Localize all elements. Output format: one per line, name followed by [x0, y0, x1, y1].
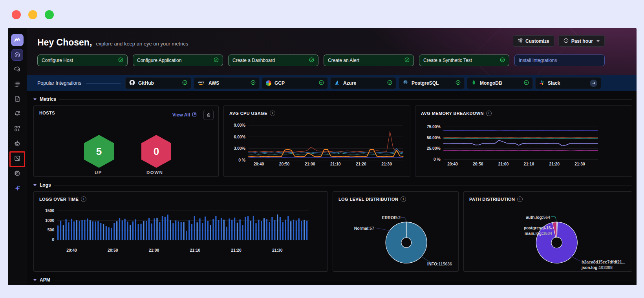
- scroll-right-arrow-button[interactable]: [590, 80, 597, 87]
- section-header-logs[interactable]: Logs: [33, 182, 632, 188]
- configure-application-button[interactable]: Configure Application: [133, 55, 223, 66]
- svg-text:6.00%: 6.00%: [234, 135, 245, 139]
- main-area: Hey Chosen, explore and keep an eye on y…: [27, 28, 637, 285]
- info-icon[interactable]: [401, 196, 406, 202]
- panel-title: HOSTS: [39, 111, 55, 115]
- svg-text:21:20: 21:20: [356, 162, 366, 166]
- svg-text:21:30: 21:30: [272, 248, 283, 253]
- customize-label: Customize: [525, 38, 549, 44]
- svg-text:21:10: 21:10: [190, 248, 201, 253]
- integration-name: PostgreSQL: [412, 80, 452, 86]
- configure-host-button[interactable]: Configure Host: [37, 55, 128, 66]
- log-level-distribution-panel: LOG LEVEL DISTRIBUTION ERROR:2Normal:57I…: [333, 191, 459, 272]
- section-header-apm[interactable]: APM: [33, 277, 632, 283]
- header-actions: Customize Past hour: [513, 35, 605, 47]
- install-integrations-button[interactable]: Install Integrations: [514, 55, 605, 66]
- svg-text:21:30: 21:30: [574, 162, 585, 166]
- integration-name: Azure: [343, 80, 384, 86]
- integration-chip-slack[interactable]: Slack: [535, 77, 601, 89]
- panel-title: LOG LEVEL DISTRIBUTION: [338, 196, 406, 202]
- svg-text:1000: 1000: [45, 218, 54, 223]
- create-dashboard-button[interactable]: Create a Dashboard: [228, 55, 318, 66]
- integration-chip-postgresql[interactable]: PostgreSQL: [399, 77, 465, 89]
- document-icon: [14, 95, 21, 104]
- avg-memory-breakdown-chart: 75.00%50.00%25.00%0 %20:4020:5021:0021:1…: [415, 106, 632, 176]
- customize-button[interactable]: Customize: [513, 35, 554, 47]
- clock-icon: [564, 38, 569, 44]
- svg-text:21:20: 21:20: [231, 248, 242, 253]
- create-synthetic-test-button[interactable]: Create a Synthetic Test: [419, 55, 509, 66]
- close-window-button[interactable]: [12, 10, 21, 19]
- page-title: Hey Chosen,: [37, 37, 92, 48]
- sidebar-nav: [12, 46, 23, 194]
- middleware-logo-icon: [11, 34, 24, 46]
- sidebar-item-dashboards[interactable]: [12, 124, 23, 135]
- info-icon[interactable]: [81, 196, 86, 202]
- integration-chip-mongodb[interactable]: MongoDB: [467, 77, 533, 89]
- hosts-actions: View All: [172, 110, 214, 120]
- section-rule: [54, 185, 632, 185]
- svg-text:500: 500: [48, 228, 55, 233]
- svg-text:0: 0: [52, 238, 54, 242]
- svg-text:1500: 1500: [45, 209, 54, 213]
- sidebar-item-reports[interactable]: [12, 94, 23, 105]
- check-circle-icon: [319, 80, 324, 86]
- zoom-window-button[interactable]: [45, 10, 54, 19]
- integration-name: Slack: [548, 80, 587, 86]
- minimize-window-button[interactable]: [28, 10, 37, 19]
- view-all-link[interactable]: View All: [172, 112, 197, 118]
- integration-chip-azure[interactable]: Azure: [330, 77, 396, 89]
- log-level-distribution-chart: ERROR:2Normal:57INFO:115636: [333, 192, 458, 271]
- check-circle-icon: [500, 57, 505, 64]
- info-icon[interactable]: [270, 111, 275, 116]
- svg-text:21:10: 21:10: [524, 162, 534, 166]
- integration-chip-gcp[interactable]: GCP: [262, 77, 328, 89]
- azure-icon: [334, 80, 340, 87]
- quick-action-label: Install Integrations: [519, 58, 557, 63]
- sidebar-item-rum[interactable]: [12, 154, 23, 165]
- logs-over-time-panel: LOGS OVER TIME 15001000500020:4020:5021:…: [33, 191, 328, 272]
- integration-chip-github[interactable]: GitHub: [125, 77, 191, 89]
- section-label: APM: [40, 277, 50, 283]
- sidebar-item-settings[interactable]: [12, 169, 23, 180]
- sidebar-item-synthetic-monitoring[interactable]: [12, 139, 23, 150]
- delete-widget-button[interactable]: [203, 110, 214, 120]
- logs-icon: [14, 80, 21, 89]
- sidebar-item-alerts[interactable]: [12, 109, 23, 120]
- svg-text:20:40: 20:40: [254, 162, 264, 166]
- svg-text:21:00: 21:00: [305, 162, 315, 166]
- create-alert-button[interactable]: Create an Alert: [324, 55, 414, 66]
- ai-sparkle-icon: [14, 185, 21, 193]
- svg-text:50.00%: 50.00%: [427, 136, 441, 140]
- sliders-icon: [518, 38, 523, 44]
- sidebar-item-home[interactable]: [12, 49, 23, 60]
- hosts-up-label: UP: [95, 170, 102, 175]
- hosts-down-hexagon: 0: [141, 135, 171, 168]
- slack-icon: [539, 80, 545, 87]
- sidebar-item-logs[interactable]: [12, 79, 23, 90]
- section-header-metrics[interactable]: Metrics: [33, 96, 632, 102]
- avg-cpu-usage-panel: AVG CPU USAGE 9.00%6.00%3.00%0 %20:4020:…: [223, 105, 410, 177]
- sidebar: [8, 28, 27, 285]
- external-link-icon: [192, 112, 197, 118]
- quick-action-label: Configure Application: [137, 58, 181, 63]
- hosts-down-label: DOWN: [146, 170, 163, 175]
- collapse-triangle-icon: [33, 279, 37, 281]
- time-range-selector[interactable]: Past hour: [558, 35, 605, 47]
- svg-text:21:10: 21:10: [330, 162, 341, 166]
- sidebar-item-infrastructure[interactable]: [12, 64, 23, 75]
- info-icon[interactable]: [517, 196, 523, 202]
- donut-label: auth.log:564: [511, 214, 550, 220]
- integration-name: GitHub: [138, 80, 179, 86]
- sidebar-item-ai-assistant[interactable]: [12, 184, 23, 194]
- quick-action-label: Create a Synthetic Test: [423, 58, 472, 63]
- svg-text:3.00%: 3.00%: [234, 146, 245, 151]
- info-icon[interactable]: [486, 111, 492, 116]
- section-label: Metrics: [40, 96, 56, 102]
- svg-text:20:50: 20:50: [473, 162, 483, 166]
- integration-chip-aws[interactable]: aws AWS: [194, 77, 260, 89]
- quick-action-label: Create a Dashboard: [232, 58, 275, 63]
- check-circle-icon: [456, 80, 461, 86]
- dashboard-header: Hey Chosen, explore and keep an eye on y…: [27, 28, 637, 75]
- svg-text:aws: aws: [198, 80, 204, 84]
